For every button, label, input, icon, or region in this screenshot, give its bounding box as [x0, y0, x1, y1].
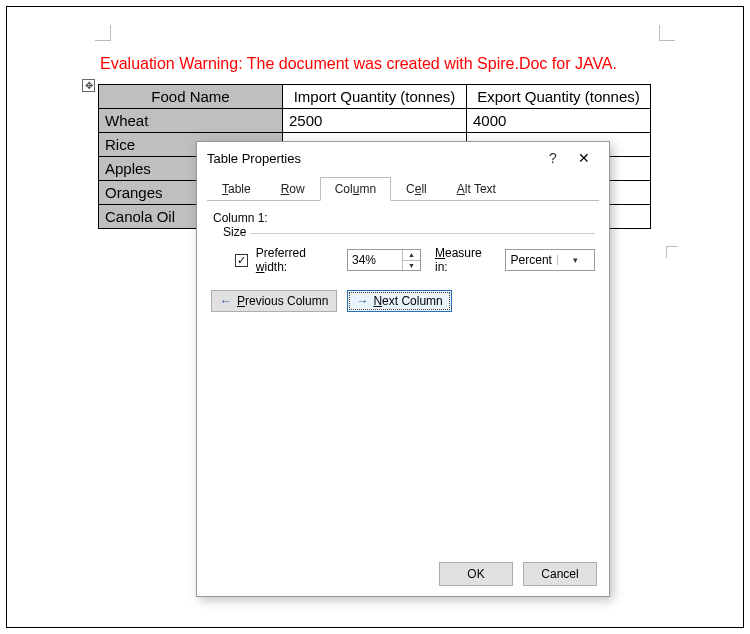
- cell[interactable]: 4000: [467, 109, 651, 133]
- arrow-left-icon: ←: [220, 294, 232, 308]
- crop-mark-top-right: [659, 25, 675, 41]
- column-heading: Column 1:: [213, 211, 595, 225]
- table-header-export[interactable]: Export Quantity (tonnes): [467, 85, 651, 109]
- preferred-width-label: Preferred width:: [256, 246, 339, 274]
- table-resize-handle-icon[interactable]: [666, 246, 678, 258]
- tab-table[interactable]: TTableable: [207, 177, 266, 201]
- tab-row[interactable]: Row: [266, 177, 320, 201]
- preferred-width-checkbox[interactable]: [235, 254, 248, 267]
- measure-in-label: Measure in:: [435, 246, 497, 274]
- ok-button[interactable]: OK: [439, 562, 513, 586]
- spin-down-icon[interactable]: ▼: [403, 261, 420, 271]
- measure-in-value: Percent: [506, 253, 557, 267]
- crop-mark-top-left: [95, 25, 111, 41]
- column-pane: Column 1: Size Preferred width: ▲▼ Measu…: [197, 201, 609, 320]
- table-row[interactable]: Wheat 2500 4000: [99, 109, 651, 133]
- cancel-button[interactable]: Cancel: [523, 562, 597, 586]
- next-column-button[interactable]: → Next Column: [347, 290, 451, 312]
- tab-cell[interactable]: Cell: [391, 177, 442, 201]
- tab-alt-text[interactable]: Alt Text: [442, 177, 511, 201]
- preferred-width-spinbox[interactable]: ▲▼: [347, 249, 421, 271]
- table-properties-dialog: Table Properties ? ✕ TTableable Row Colu…: [196, 141, 610, 597]
- measure-in-select[interactable]: Percent ▾: [505, 249, 595, 271]
- previous-column-button[interactable]: ← Previous Column: [211, 290, 337, 312]
- table-move-handle-icon[interactable]: [82, 79, 95, 92]
- size-fieldset: Size Preferred width: ▲▼ Measure in: Per…: [223, 233, 595, 276]
- help-button[interactable]: ?: [539, 150, 567, 166]
- cell[interactable]: 2500: [283, 109, 467, 133]
- cell[interactable]: Wheat: [99, 109, 283, 133]
- spin-up-icon[interactable]: ▲: [403, 250, 420, 261]
- arrow-right-icon: →: [356, 294, 368, 308]
- evaluation-warning: Evaluation Warning: The document was cre…: [100, 55, 617, 73]
- dialog-titlebar[interactable]: Table Properties ? ✕: [197, 142, 609, 174]
- spin-buttons[interactable]: ▲▼: [402, 250, 420, 270]
- preferred-width-input[interactable]: [348, 250, 402, 270]
- dialog-tabs: TTableable Row Column Cell Alt Text: [207, 176, 599, 200]
- close-button[interactable]: ✕: [567, 150, 601, 166]
- tab-column[interactable]: Column: [320, 177, 391, 201]
- dialog-title: Table Properties: [207, 151, 539, 166]
- table-header-food-name[interactable]: Food Name: [99, 85, 283, 109]
- dialog-footer: OK Cancel: [439, 562, 597, 586]
- size-legend: Size: [223, 225, 250, 239]
- table-header-import[interactable]: Import Quantity (tonnes): [283, 85, 467, 109]
- chevron-down-icon[interactable]: ▾: [557, 255, 594, 265]
